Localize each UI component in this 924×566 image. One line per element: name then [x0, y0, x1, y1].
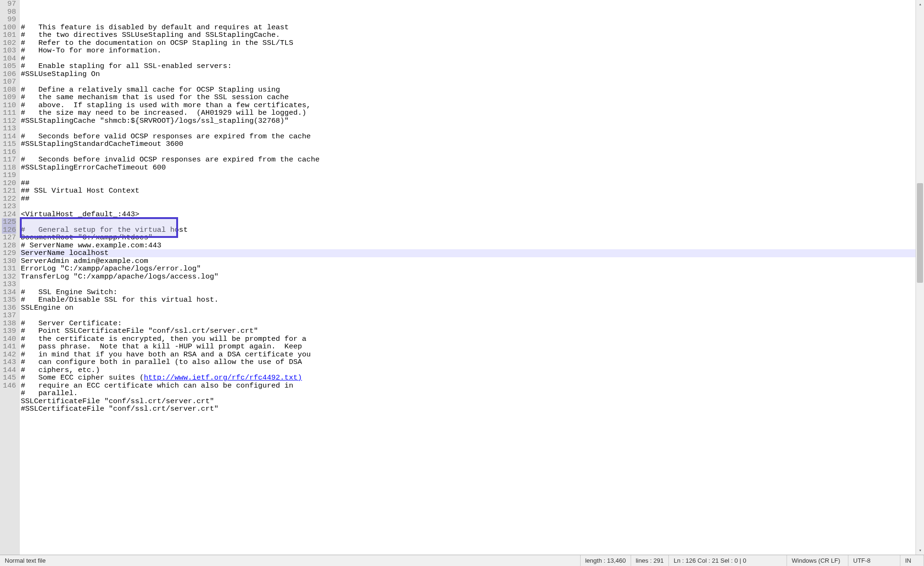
line-number: 120	[2, 179, 16, 187]
code-line[interactable]: # Seconds before invalid OCSP responses …	[20, 156, 915, 164]
code-line[interactable]: #SSLStaplingErrorCacheTimeout 600	[20, 164, 915, 172]
code-line[interactable]: # parallel.	[20, 389, 915, 397]
line-number: 123	[2, 203, 16, 211]
code-line[interactable]: # Define a relatively small cache for OC…	[20, 86, 915, 94]
vertical-scrollbar[interactable]: ▴ ▾	[915, 0, 924, 555]
line-number: 131	[2, 265, 16, 273]
status-encoding: UTF-8	[848, 555, 900, 566]
code-line[interactable]: DocumentRoot "C:/xampp/htdocs"	[20, 234, 915, 242]
code-line[interactable]: # in mind that if you have both an RSA a…	[20, 351, 915, 359]
code-line[interactable]: # the size may need to be increased. (AH…	[20, 109, 915, 117]
line-number: 146	[2, 382, 16, 390]
status-lines: lines : 291	[631, 555, 669, 566]
code-line[interactable]: ServerName localhost	[20, 249, 915, 257]
scrollbar-thumb[interactable]	[917, 183, 923, 283]
line-number: 139	[2, 327, 16, 335]
code-line[interactable]	[20, 312, 915, 320]
line-number: 102	[2, 39, 16, 47]
code-line[interactable]	[20, 203, 915, 211]
code-line[interactable]: # Point SSLCertificateFile "conf/ssl.crt…	[20, 327, 915, 335]
line-number: 122	[2, 195, 16, 203]
code-line[interactable]: # Enable/Disable SSL for this virtual ho…	[20, 296, 915, 304]
code-area[interactable]: # This feature is disabled by default an…	[20, 0, 915, 555]
code-line[interactable]	[20, 171, 915, 179]
code-line[interactable]: # SSL Engine Switch:	[20, 288, 915, 296]
code-line[interactable]: # require an ECC certificate which can a…	[20, 382, 915, 390]
code-line[interactable]: # the certificate is encrypted, then you…	[20, 335, 915, 343]
scroll-down-arrow-icon[interactable]: ▾	[916, 546, 924, 555]
line-number: 133	[2, 280, 16, 288]
line-number: 141	[2, 343, 16, 351]
code-line[interactable]: #SSLStaplingStandardCacheTimeout 3600	[20, 140, 915, 148]
code-line[interactable]: #SSLCertificateFile "conf/ssl.crt/server…	[20, 405, 915, 413]
status-bar: Normal text file length : 13,460 lines :…	[0, 555, 924, 566]
line-number: 109	[2, 93, 16, 101]
line-number: 132	[2, 273, 16, 281]
line-number: 129	[2, 249, 16, 257]
line-number: 110	[2, 101, 16, 110]
line-number: 124	[2, 211, 16, 219]
line-number: 114	[2, 133, 16, 141]
code-line[interactable]: ErrorLog "C:/xampp/apache/logs/error.log…	[20, 265, 915, 273]
code-line[interactable]: # ciphers, etc.)	[20, 366, 915, 374]
code-line[interactable]: # Some ECC cipher suites (http://www.iet…	[20, 374, 915, 382]
line-number: 105	[2, 62, 16, 70]
code-line[interactable]: # This feature is disabled by default an…	[20, 24, 915, 32]
code-line[interactable]: # Seconds before valid OCSP responses ar…	[20, 133, 915, 141]
line-number: 125	[2, 218, 16, 226]
scroll-up-arrow-icon[interactable]: ▴	[916, 0, 924, 8]
code-line[interactable]	[20, 218, 915, 226]
code-line[interactable]: # can configure both in parallel (to als…	[20, 358, 915, 366]
line-number: 115	[2, 140, 16, 148]
line-number: 140	[2, 335, 16, 343]
code-line[interactable]: <VirtualHost _default_:443>	[20, 211, 915, 219]
line-number: 104	[2, 55, 16, 63]
line-number: 137	[2, 312, 16, 320]
line-number: 142	[2, 351, 16, 359]
code-line[interactable]: # General setup for the virtual host	[20, 226, 915, 234]
code-line[interactable]: # How-To for more information.	[20, 47, 915, 55]
line-number: 99	[2, 16, 16, 24]
code-line[interactable]: #SSLStaplingCache "shmcb:${SRVROOT}/logs…	[20, 117, 915, 125]
line-number: 127	[2, 234, 16, 242]
code-line[interactable]: SSLCertificateFile "conf/ssl.crt/server.…	[20, 397, 915, 405]
code-line[interactable]	[20, 78, 915, 86]
status-eol: Windows (CR LF)	[787, 555, 848, 566]
code-line[interactable]: #	[20, 55, 915, 63]
line-number: 136	[2, 304, 16, 312]
status-length: length : 13,460	[581, 555, 631, 566]
code-line[interactable]: ## SSL Virtual Host Context	[20, 187, 915, 195]
line-number: 135	[2, 296, 16, 304]
code-line[interactable]: # ServerName www.example.com:443	[20, 242, 915, 250]
line-number: 134	[2, 288, 16, 296]
code-line[interactable]: ##	[20, 195, 915, 203]
line-number: 100	[2, 24, 16, 32]
status-file-type: Normal text file	[0, 555, 581, 566]
line-number-gutter: 9798991001011021031041051061071081091101…	[0, 0, 20, 555]
code-line[interactable]: SSLEngine on	[20, 304, 915, 312]
code-line[interactable]: # the two directives SSLUseStapling and …	[20, 31, 915, 39]
code-line[interactable]: # Server Certificate:	[20, 320, 915, 328]
code-line[interactable]: # Enable stapling for all SSL-enabled se…	[20, 62, 915, 70]
line-number: 128	[2, 242, 16, 250]
line-number: 98	[2, 8, 16, 16]
code-line[interactable]: ServerAdmin admin@example.com	[20, 257, 915, 265]
line-number: 144	[2, 366, 16, 374]
line-number: 116	[2, 148, 16, 156]
line-number: 111	[2, 109, 16, 117]
code-line[interactable]: #SSLUseStapling On	[20, 70, 915, 78]
code-line[interactable]: # pass phrase. Note that a kill -HUP wil…	[20, 343, 915, 351]
code-line[interactable]	[20, 148, 915, 156]
code-line[interactable]	[20, 125, 915, 133]
code-line[interactable]: # above. If stapling is used with more t…	[20, 101, 915, 110]
code-line[interactable]: # Refer to the documentation on OCSP Sta…	[20, 39, 915, 47]
code-line[interactable]	[20, 280, 915, 288]
line-number: 106	[2, 70, 16, 78]
code-line[interactable]: # the same mechanism that is used for th…	[20, 93, 915, 101]
line-number: 130	[2, 257, 16, 265]
code-line[interactable]: ##	[20, 179, 915, 187]
url-link[interactable]: http://www.ietf.org/rfc/rfc4492.txt)	[144, 373, 302, 382]
line-number: 103	[2, 47, 16, 55]
line-number: 117	[2, 156, 16, 164]
code-line[interactable]: TransferLog "C:/xampp/apache/logs/access…	[20, 273, 915, 281]
